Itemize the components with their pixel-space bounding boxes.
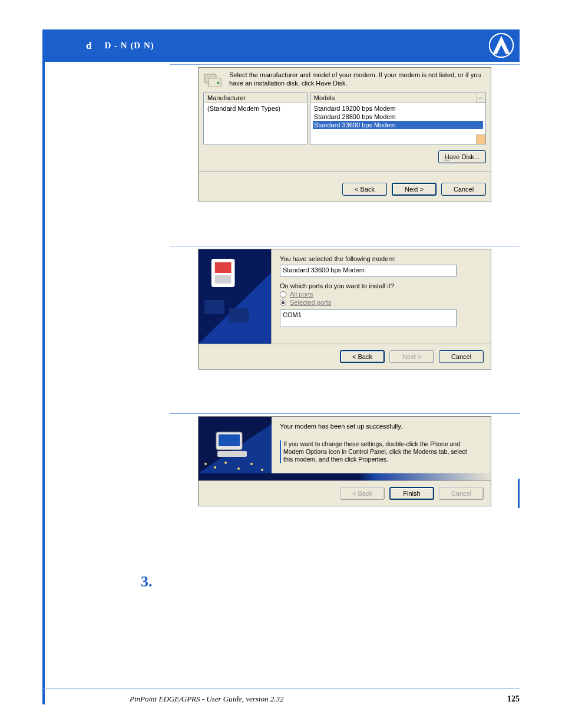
svg-rect-15 — [217, 451, 247, 457]
page-frame: d D - N (D N) Select the manufacturer an… — [42, 29, 520, 704]
svg-point-17 — [214, 466, 216, 469]
svg-point-18 — [224, 462, 227, 464]
model-item-33600-selected[interactable]: Standard 33600 bps Modem — [313, 121, 483, 129]
model-item-28800[interactable]: Standard 28800 bps Modem — [313, 113, 483, 121]
cancel-button[interactable]: Cancel — [441, 183, 486, 196]
success-message: Your modem has been set up successfully. — [280, 423, 486, 430]
figure-finish: Your modem has been set up successfully.… — [170, 413, 520, 519]
settings-hint: If you want to change these settings, do… — [280, 440, 474, 463]
footer-rule — [42, 688, 520, 689]
cancel-button-disabled: Cancel — [439, 487, 484, 500]
right-accent-bar — [518, 479, 520, 508]
header-title: D - N (D N) — [104, 41, 154, 51]
svg-point-3 — [217, 81, 220, 84]
port-listbox[interactable]: COM1 — [280, 309, 457, 327]
next-button-disabled: Next > — [389, 350, 434, 363]
selected-modem-label: You have selected the following modem: — [280, 255, 482, 262]
svg-rect-9 — [204, 300, 224, 314]
wizard-side-image-finish — [199, 417, 272, 473]
gradient-divider — [199, 473, 491, 480]
have-disk-button[interactable]: Have Disk... — [438, 150, 486, 163]
step-3-heading: 3. — [141, 573, 153, 591]
back-button[interactable]: < Back — [342, 183, 387, 196]
svg-rect-7 — [215, 262, 232, 273]
figure-modem-selection: Select the manufacturer and model of you… — [170, 64, 520, 215]
scroll-thumb[interactable] — [476, 134, 485, 144]
back-button[interactable]: < Back — [340, 350, 385, 363]
brand-logo-icon — [489, 33, 514, 58]
model-item-19200[interactable]: Standard 19200 bps Modem — [313, 104, 483, 113]
scroll-up-icon[interactable]: ︿ — [476, 93, 485, 103]
manufacturer-item[interactable]: (Standard Modem Types) — [206, 104, 305, 113]
cancel-button[interactable]: Cancel — [439, 350, 484, 363]
page-header: d D - N (D N) — [45, 29, 520, 62]
manufacturer-header: Manufacturer — [204, 93, 307, 103]
wizard-side-image — [199, 249, 272, 344]
next-button[interactable]: Next > — [392, 183, 437, 196]
footer-doc-title: PinPoint EDGE/GPRS - User Guide, version… — [130, 694, 283, 704]
radio-all-ports[interactable]: All ports — [280, 291, 482, 298]
svg-point-20 — [250, 463, 253, 465]
radio-selected-ports[interactable]: Selected ports — [280, 299, 482, 306]
dialog-intro-text: Select the manufacturer and model of you… — [229, 71, 486, 88]
svg-point-21 — [261, 469, 263, 471]
svg-point-16 — [204, 463, 207, 465]
back-button-disabled: < Back — [340, 487, 385, 500]
manufacturer-listbox[interactable]: Manufacturer (Standard Modem Types) — [203, 93, 308, 144]
models-listbox[interactable]: Models ︿ Standard 19200 bps Modem Standa… — [310, 93, 486, 144]
hardware-icon — [203, 71, 223, 88]
models-header: Models — [310, 93, 485, 103]
dialog-select-modem: Select the manufacturer and model of you… — [198, 67, 491, 202]
dialog-com-port: You have selected the following modem: S… — [198, 249, 491, 370]
footer-page-number: 125 — [507, 694, 520, 704]
ports-question: On which ports do you want to install it… — [280, 282, 482, 289]
svg-point-19 — [237, 467, 240, 470]
svg-rect-14 — [219, 434, 240, 446]
svg-rect-8 — [215, 275, 232, 284]
svg-rect-10 — [229, 308, 249, 322]
header-prefix: d — [86, 40, 91, 52]
finish-button[interactable]: Finish — [389, 487, 434, 500]
figure-com-port: You have selected the following modem: S… — [170, 246, 520, 383]
selected-modem-field: Standard 33600 bps Modem — [280, 265, 457, 276]
dialog-finish: Your modem has been set up successfully.… — [198, 416, 491, 506]
page-footer: PinPoint EDGE/GPRS - User Guide, version… — [130, 694, 520, 704]
